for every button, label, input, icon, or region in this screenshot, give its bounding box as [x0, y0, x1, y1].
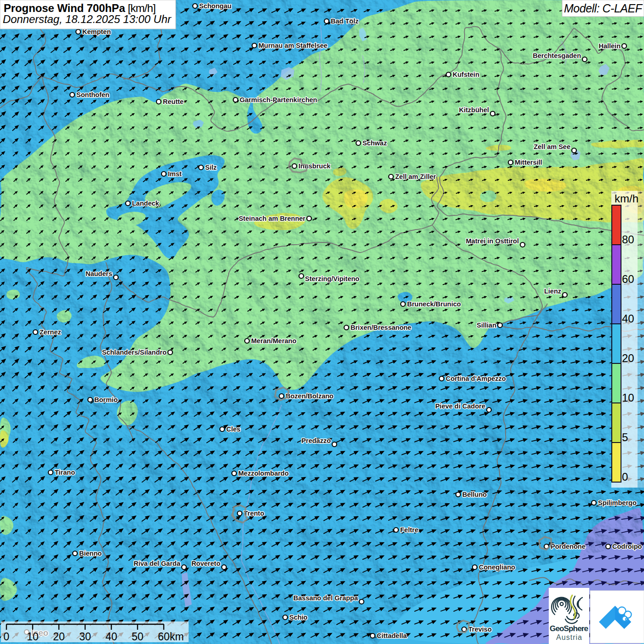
svg-text:Pordenone: Pordenone	[551, 543, 586, 550]
svg-text:Meran/Merano: Meran/Merano	[251, 337, 296, 345]
svg-text:Schongau: Schongau	[199, 2, 231, 10]
svg-text:GeoSphere: GeoSphere	[550, 624, 588, 633]
svg-text:Cles: Cles	[226, 426, 241, 433]
svg-text:60: 60	[158, 631, 170, 643]
svg-text:Bruneck/Brunico: Bruneck/Brunico	[407, 300, 461, 308]
svg-text:Matrei in Osttirol: Matrei in Osttirol	[466, 237, 519, 245]
svg-text:Nauders: Nauders	[86, 270, 112, 277]
svg-text:Cortina d'Ampezzo: Cortina d'Ampezzo	[446, 375, 506, 382]
svg-text:Bozen/Bolzano: Bozen/Bolzano	[286, 392, 334, 400]
svg-text:Sterzing/Vipiteno: Sterzing/Vipiteno	[305, 275, 359, 282]
svg-text:Bienno: Bienno	[79, 550, 102, 557]
svg-text:Mezzolombardo: Mezzolombardo	[238, 470, 289, 477]
svg-text:Schio: Schio	[289, 614, 308, 621]
svg-text:Trento: Trento	[244, 510, 264, 517]
svg-text:Silz: Silz	[205, 164, 217, 171]
svg-text:Lienz: Lienz	[544, 288, 561, 295]
svg-text:Landeck: Landeck	[132, 200, 160, 207]
svg-text:Spilimbergo: Spilimbergo	[598, 499, 637, 506]
svg-text:Pieve di Cadore: Pieve di Cadore	[435, 402, 485, 410]
svg-text:km: km	[170, 631, 184, 643]
svg-text:km/h: km/h	[615, 192, 638, 205]
svg-text:Zell am Ziller: Zell am Ziller	[395, 173, 436, 180]
svg-text:Bassano del Grappa: Bassano del Grappa	[293, 594, 358, 602]
svg-text:Predazzo: Predazzo	[301, 437, 331, 444]
svg-text:50: 50	[132, 631, 144, 643]
svg-text:Sillian: Sillian	[477, 322, 496, 329]
svg-text:10: 10	[27, 631, 39, 643]
svg-text:60: 60	[622, 273, 634, 285]
svg-text:Garmisch-Partenkirchen: Garmisch-Partenkirchen	[240, 96, 317, 104]
svg-text:Innsbruck: Innsbruck	[299, 162, 331, 170]
svg-text:Prognose Wind 700hPa [km/h]: Prognose Wind 700hPa [km/h]	[4, 2, 156, 14]
svg-text:10: 10	[622, 391, 634, 404]
svg-text:Bormio: Bormio	[94, 396, 118, 403]
svg-text:Conegliano: Conegliano	[479, 564, 515, 571]
svg-text:Schwaz: Schwaz	[362, 139, 387, 147]
svg-text:Treviso: Treviso	[468, 626, 492, 633]
svg-text:Murnau am Staffelsee: Murnau am Staffelsee	[259, 42, 328, 49]
svg-text:Tirano: Tirano	[55, 469, 75, 476]
svg-text:Kufstein: Kufstein	[453, 71, 479, 78]
svg-text:Riva del Garda: Riva del Garda	[133, 560, 180, 567]
svg-text:Brixen/Bressanone: Brixen/Bressanone	[351, 324, 411, 331]
svg-text:Modell: C-LAEF: Modell: C-LAEF	[564, 2, 643, 15]
svg-text:5: 5	[622, 431, 628, 443]
svg-text:0: 0	[622, 471, 628, 483]
svg-text:Feltre: Feltre	[400, 526, 419, 534]
svg-text:80: 80	[622, 233, 634, 246]
svg-text:Hallein: Hallein	[598, 42, 621, 50]
svg-text:Zell am See: Zell am See	[534, 143, 570, 150]
svg-text:Mittersill: Mittersill	[515, 159, 542, 166]
svg-text:Kitzbühel: Kitzbühel	[459, 106, 489, 114]
svg-text:Schlanders/Silandro: Schlanders/Silandro	[102, 349, 167, 356]
svg-text:Zernez: Zernez	[40, 328, 61, 336]
svg-text:20: 20	[53, 631, 65, 643]
svg-text:Belluno: Belluno	[462, 491, 487, 498]
svg-text:Donnerstag, 18.12.2025 13:00 U: Donnerstag, 18.12.2025 13:00 Uhr	[3, 13, 172, 25]
svg-text:Steinach am Brenner: Steinach am Brenner	[239, 215, 305, 222]
svg-text:Imst: Imst	[168, 170, 182, 178]
svg-text:40: 40	[622, 312, 634, 325]
svg-text:Berchtesgaden: Berchtesgaden	[533, 52, 581, 59]
svg-text:Cittadella: Cittadella	[377, 632, 407, 639]
svg-text:30: 30	[79, 631, 91, 643]
svg-text:20: 20	[622, 352, 634, 364]
svg-text:Reutte: Reutte	[163, 98, 184, 105]
svg-text:40: 40	[105, 631, 117, 643]
svg-text:Codroipo: Codroipo	[612, 543, 642, 550]
svg-text:Sonthofen: Sonthofen	[76, 91, 109, 98]
svg-text:0: 0	[4, 631, 10, 643]
svg-text:Rovereto: Rovereto	[191, 560, 220, 567]
svg-text:Bad Tölz: Bad Tölz	[331, 17, 358, 25]
svg-text:Austria: Austria	[556, 633, 582, 641]
